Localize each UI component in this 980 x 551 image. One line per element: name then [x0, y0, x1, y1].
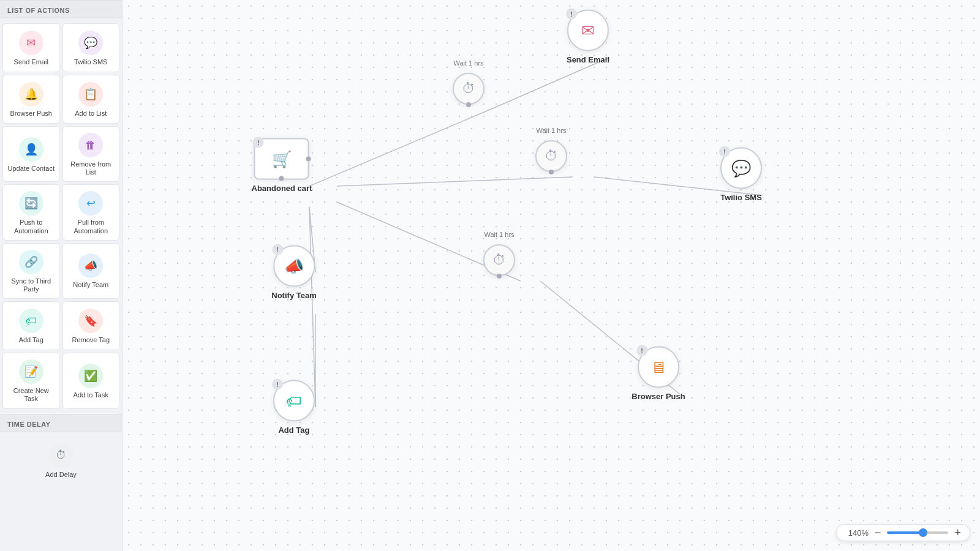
- wait-label-wait-1: Wait 1 hrs: [453, 59, 483, 67]
- sync-to-third-party-icon: 🔗: [19, 250, 43, 274]
- zoom-slider[interactable]: [887, 531, 948, 534]
- node-browser-push-node[interactable]: ! 🖥 Browser Push: [631, 347, 685, 401]
- twilio-sms-node-icon: 💬: [731, 159, 751, 178]
- zoom-out-button[interactable]: −: [873, 527, 883, 538]
- sidebar-section-timedelay: TIME DELAY: [0, 414, 122, 432]
- add-tag-node-icon: 🏷: [286, 391, 302, 410]
- sync-to-third-party-label: Sync to Third Party: [7, 277, 56, 293]
- node-badge-send-email-node: !: [566, 9, 577, 20]
- push-to-automation-label: Push to Automation: [7, 219, 56, 234]
- sidebar-section-actions: LIST OF ACTIONS: [0, 0, 122, 18]
- notify-team-node-icon: 📣: [284, 257, 304, 276]
- node-label-twilio-sms-node: Twilio SMS: [720, 193, 762, 202]
- node-abandoned-cart[interactable]: ! 🛒 Abandoned cart: [252, 138, 312, 193]
- zoom-level: 140%: [844, 528, 869, 538]
- sidebar-item-push-to-automation[interactable]: 🔄 Push to Automation: [2, 184, 60, 240]
- wait-circle-wait-3: ⏱: [483, 244, 515, 276]
- add-to-task-label: Add to Task: [74, 391, 108, 399]
- sidebar-delay-area: ⏱ Add Delay: [0, 432, 122, 488]
- sidebar-item-remove-from-list[interactable]: 🗑 Remove from List: [62, 126, 120, 182]
- node-dot: [497, 274, 502, 279]
- sidebar: LIST OF ACTIONS ✉ Send Email 💬 Twilio SM…: [0, 0, 123, 551]
- node-notify-team-node[interactable]: ! 📣 Notify Team: [271, 246, 316, 300]
- pull-from-automation-icon: ↩: [78, 191, 103, 216]
- sidebar-item-browser-push[interactable]: 🔔 Browser Push: [2, 75, 60, 124]
- node-shape-twilio-sms-node: ! 💬: [720, 148, 762, 189]
- browser-push-node-icon: 🖥: [650, 358, 666, 377]
- timer-icon: ⏱: [545, 148, 558, 164]
- sidebar-item-notify-team[interactable]: 📣 Notify Team: [62, 243, 120, 299]
- twilio-sms-label: Twilio SMS: [74, 58, 107, 66]
- create-new-task-label: Create New Task: [7, 387, 56, 403]
- send-email-node-icon: ✉: [581, 21, 595, 40]
- push-to-automation-icon: 🔄: [19, 191, 43, 216]
- node-badge-notify-team-node: !: [272, 244, 283, 255]
- node-dot: [549, 170, 554, 174]
- line-cart-to-wait2: [337, 177, 573, 186]
- node-wait-3[interactable]: Wait 1 hrs ⏱: [483, 244, 515, 276]
- create-new-task-icon: 📝: [19, 359, 43, 384]
- pull-from-automation-label: Pull from Automation: [67, 219, 116, 234]
- remove-from-list-icon: 🗑: [78, 133, 103, 157]
- line-cart-to-wait1: [309, 110, 490, 186]
- browser-push-label: Browser Push: [10, 110, 52, 118]
- sidebar-item-remove-tag[interactable]: 🔖 Remove Tag: [62, 301, 120, 350]
- node-dot-bottom: [279, 176, 284, 181]
- line-cart-to-tag: [309, 207, 315, 407]
- node-wait-2[interactable]: Wait 1 hrs ⏱: [535, 140, 567, 172]
- node-send-email-node[interactable]: ! ✉ Send Email: [567, 10, 609, 64]
- send-email-icon: ✉: [19, 31, 43, 55]
- node-twilio-sms-node[interactable]: ! 💬 Twilio SMS: [720, 148, 762, 202]
- node-dot: [466, 102, 471, 107]
- add-tag-icon: 🏷: [19, 309, 43, 333]
- sidebar-item-create-new-task[interactable]: 📝 Create New Task: [2, 353, 60, 408]
- sidebar-item-update-contact[interactable]: 👤 Update Contact: [2, 126, 60, 182]
- node-badge-add-tag-node: !: [272, 379, 283, 390]
- add-to-list-label: Add to List: [75, 110, 107, 118]
- delay-label: Add Delay: [45, 471, 77, 478]
- notify-team-icon: 📣: [78, 253, 103, 278]
- sidebar-item-add-to-list[interactable]: 📋 Add to List: [62, 75, 120, 124]
- add-to-list-icon: 📋: [78, 82, 103, 107]
- node-badge-twilio-sms-node: !: [719, 146, 730, 157]
- node-badge-abandoned-cart: !: [253, 137, 264, 148]
- wait-label-wait-2: Wait 1 hrs: [536, 127, 566, 134]
- workflow-canvas: ! 🛒 Abandoned cart ! ✉ Send Email Wait 1…: [123, 0, 980, 551]
- node-wait-1[interactable]: Wait 1 hrs ⏱: [453, 73, 484, 105]
- wait-circle-wait-1: ⏱: [453, 73, 484, 105]
- sidebar-item-add-to-task[interactable]: ✅ Add to Task: [62, 353, 120, 408]
- node-label-abandoned-cart: Abandoned cart: [252, 184, 312, 193]
- sidebar-item-add-tag[interactable]: 🏷 Add Tag: [2, 301, 60, 350]
- node-shape-add-tag-node: ! 🏷: [273, 380, 315, 422]
- send-email-label: Send Email: [14, 58, 48, 66]
- update-contact-icon: 👤: [19, 137, 43, 162]
- sidebar-item-add-delay[interactable]: ⏱ Add Delay: [2, 437, 119, 483]
- connection-lines: [123, 0, 980, 551]
- node-label-browser-push-node: Browser Push: [631, 392, 685, 401]
- node-label-add-tag-node: Add Tag: [278, 425, 309, 435]
- sidebar-actions-grid: ✉ Send Email 💬 Twilio SMS 🔔 Browser Push…: [0, 18, 122, 414]
- timer-icon: ⏱: [492, 252, 506, 268]
- update-contact-label: Update Contact: [8, 165, 55, 173]
- abandoned-cart-icon: 🛒: [272, 149, 292, 168]
- wait-label-wait-3: Wait 1 hrs: [484, 231, 514, 238]
- clock-icon: ⏱: [49, 443, 74, 468]
- remove-tag-icon: 🔖: [78, 309, 103, 333]
- twilio-sms-icon: 💬: [78, 31, 103, 55]
- sidebar-item-twilio-sms[interactable]: 💬 Twilio SMS: [62, 23, 120, 72]
- zoom-in-button[interactable]: +: [953, 527, 962, 538]
- sidebar-item-sync-to-third-party[interactable]: 🔗 Sync to Third Party: [2, 243, 60, 299]
- wait-circle-wait-2: ⏱: [535, 140, 567, 172]
- node-add-tag-node[interactable]: ! 🏷 Add Tag: [273, 380, 315, 435]
- node-shape-browser-push-node: ! 🖥: [638, 347, 679, 388]
- sidebar-item-pull-from-automation[interactable]: ↩ Pull from Automation: [62, 184, 120, 240]
- node-shape-abandoned-cart: ! 🛒: [254, 138, 309, 180]
- node-shape-notify-team-node: ! 📣: [273, 246, 315, 287]
- zoom-controls[interactable]: 140% − +: [836, 524, 970, 541]
- sidebar-item-send-email[interactable]: ✉ Send Email: [2, 23, 60, 72]
- browser-push-icon: 🔔: [19, 82, 43, 107]
- add-to-task-icon: ✅: [78, 364, 103, 388]
- remove-from-list-label: Remove from List: [67, 160, 116, 176]
- add-tag-label: Add Tag: [19, 336, 43, 344]
- line-wait1-to-email: [490, 58, 609, 110]
